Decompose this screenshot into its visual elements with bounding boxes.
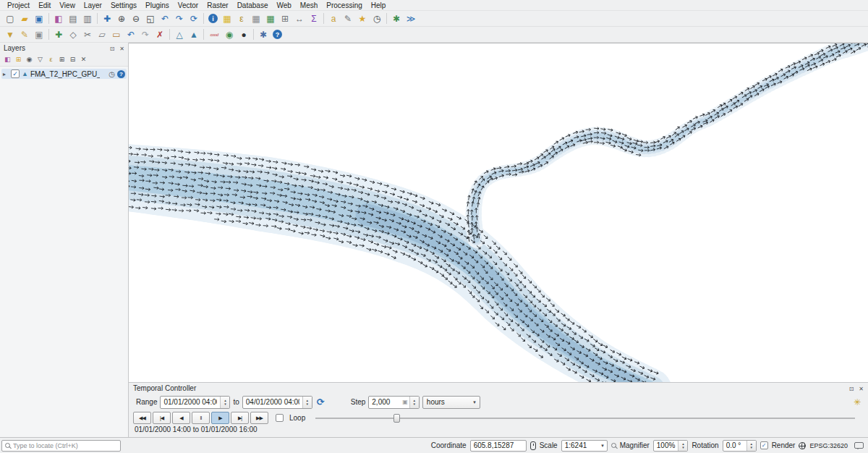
locate-box[interactable] bbox=[1, 440, 121, 452]
rotation-spinner[interactable]: ▴▾ bbox=[746, 441, 756, 451]
rotation-spinbox[interactable]: 0.0 ° ▴▾ bbox=[723, 440, 757, 452]
deselect-features-icon[interactable]: ▦ bbox=[249, 12, 263, 26]
range-start-field[interactable] bbox=[161, 397, 220, 408]
remove-layer-icon[interactable]: ✕ bbox=[78, 54, 89, 64]
add-feature-icon[interactable]: ✚ bbox=[51, 27, 66, 42]
mesh-transform-icon[interactable]: ▲ bbox=[187, 27, 201, 42]
copy-features-icon[interactable]: ▱ bbox=[95, 27, 109, 42]
pan-map-icon[interactable]: ✚ bbox=[100, 12, 114, 26]
step-back-button[interactable]: ◀ bbox=[172, 412, 190, 424]
range-end-field[interactable] bbox=[243, 397, 302, 408]
toggle-editing-icon[interactable]: ✎ bbox=[17, 27, 32, 42]
range-start-spinner[interactable]: ▴▾ bbox=[220, 397, 229, 408]
save-edits-icon[interactable]: ▣ bbox=[32, 27, 46, 42]
render-checkbox[interactable]: ✓ bbox=[760, 441, 768, 449]
statistics-icon[interactable]: Σ bbox=[307, 12, 321, 26]
refresh-range-icon[interactable]: ⟳ bbox=[317, 397, 325, 407]
current-edits-icon[interactable]: ▼ bbox=[3, 27, 17, 42]
step-field[interactable] bbox=[369, 397, 401, 408]
expand-all-icon[interactable]: ⊞ bbox=[56, 54, 67, 64]
expand-arrow-icon[interactable]: ▸ bbox=[3, 71, 9, 77]
delete-selected-icon[interactable]: ✗ bbox=[153, 27, 167, 42]
redo-icon[interactable]: ↷ bbox=[138, 27, 153, 42]
undo-icon[interactable]: ↶ bbox=[124, 27, 138, 42]
filter-legend-icon[interactable]: ▽ bbox=[35, 54, 46, 64]
mouse-position-icon[interactable] bbox=[530, 441, 536, 450]
temporal-panel-float-button[interactable]: ⊡ bbox=[849, 386, 854, 392]
plugin-manager-icon[interactable]: ✱ bbox=[389, 12, 404, 26]
menu-edit[interactable]: Edit bbox=[34, 1, 55, 9]
range-start-input[interactable]: ▴▾ bbox=[160, 396, 230, 409]
step-input[interactable]: ▣ ▴▾ bbox=[368, 396, 420, 409]
layout-manager-icon[interactable]: ▥ bbox=[80, 12, 95, 26]
paste-features-icon[interactable]: ▭ bbox=[109, 27, 124, 42]
open-layer-styling-icon[interactable]: ◧ bbox=[2, 54, 13, 64]
range-end-spinner[interactable]: ▴▾ bbox=[302, 397, 312, 408]
rewind-button[interactable]: ◀◀ bbox=[133, 412, 151, 424]
range-end-input[interactable]: ▴▾ bbox=[242, 396, 312, 409]
new-project-icon[interactable]: ▢ bbox=[3, 12, 17, 26]
save-project-icon[interactable]: ▣ bbox=[32, 12, 46, 26]
labels-icon[interactable]: a bbox=[326, 12, 341, 26]
new-bookmark-icon[interactable]: ★ bbox=[355, 12, 370, 26]
coordinate-capture-icon[interactable]: cood bbox=[206, 27, 222, 42]
step-clear-icon[interactable]: ▣ bbox=[401, 397, 409, 408]
menu-settings[interactable]: Settings bbox=[106, 1, 141, 9]
menu-mesh[interactable]: Mesh bbox=[296, 1, 322, 9]
step-forward-button[interactable]: ▶| bbox=[231, 412, 249, 424]
refresh-map-icon[interactable]: ⟳ bbox=[187, 12, 201, 26]
time-slider-handle[interactable] bbox=[393, 414, 400, 423]
skip-to-start-button[interactable]: |◀ bbox=[153, 412, 171, 424]
select-features-icon[interactable]: ▦ bbox=[220, 12, 234, 26]
zoom-full-icon[interactable]: ◱ bbox=[143, 12, 158, 26]
processing-toolbox-icon[interactable]: ✱ bbox=[256, 27, 271, 42]
mesh-digitizing-icon[interactable]: △ bbox=[172, 27, 187, 42]
scale-combo[interactable]: 1:6241 ▾ bbox=[561, 440, 608, 452]
style-manager-icon[interactable]: ◧ bbox=[51, 12, 66, 26]
temporal-controller-icon[interactable]: ◷ bbox=[370, 12, 384, 26]
menu-database[interactable]: Database bbox=[233, 1, 273, 9]
temporal-panel-close-button[interactable]: ✕ bbox=[859, 386, 864, 392]
messages-icon[interactable] bbox=[854, 442, 864, 449]
zoom-last-icon[interactable]: ↶ bbox=[158, 12, 172, 26]
help-contents-icon[interactable]: ? bbox=[273, 30, 282, 39]
zoom-out-icon[interactable]: ⊖ bbox=[129, 12, 143, 26]
python-console-icon[interactable]: ≫ bbox=[404, 12, 418, 26]
temporal-settings-icon[interactable]: ✳ bbox=[854, 397, 861, 407]
zoom-in-icon[interactable]: ⊕ bbox=[114, 12, 129, 26]
magnifier-spinbox[interactable]: 100% ▴▾ bbox=[653, 440, 689, 452]
field-calculator-icon[interactable]: ⊞ bbox=[278, 12, 292, 26]
menu-project[interactable]: Project bbox=[3, 1, 34, 9]
menu-raster[interactable]: Raster bbox=[203, 1, 232, 9]
step-unit-combo[interactable]: hours ▾ bbox=[422, 396, 480, 409]
zoom-next-icon[interactable]: ↷ bbox=[172, 12, 187, 26]
menu-view[interactable]: View bbox=[55, 1, 80, 9]
osm-place-search-icon[interactable]: ◉ bbox=[222, 27, 237, 42]
menu-plugins[interactable]: Plugins bbox=[141, 1, 174, 9]
menu-processing[interactable]: Processing bbox=[322, 1, 366, 9]
menu-layer[interactable]: Layer bbox=[80, 1, 106, 9]
collapse-all-icon[interactable]: ⊟ bbox=[67, 54, 78, 64]
filter-by-expression-icon[interactable]: ε bbox=[46, 54, 56, 64]
temporal-indicator-icon[interactable]: ◷ bbox=[109, 70, 115, 78]
crs-globe-icon[interactable] bbox=[799, 442, 806, 449]
open-project-icon[interactable]: ▰ bbox=[17, 12, 32, 26]
menu-web[interactable]: Web bbox=[272, 1, 295, 9]
map-tips-icon[interactable]: ✎ bbox=[341, 12, 355, 26]
manage-map-themes-icon[interactable]: ◉ bbox=[24, 54, 35, 64]
pause-button[interactable]: ‖ bbox=[192, 412, 210, 424]
layers-panel-float-button[interactable]: ⊡ bbox=[110, 46, 115, 52]
add-group-icon[interactable]: ⊞ bbox=[13, 54, 24, 64]
step-spinner[interactable]: ▴▾ bbox=[409, 397, 419, 408]
menu-vector[interactable]: Vector bbox=[174, 1, 203, 9]
layer-row[interactable]: ▸ ✓ ▲ FMA_T2_HPC_GPU_PU1_10 ◷ ? bbox=[1, 69, 127, 79]
identify-features-icon[interactable]: i bbox=[208, 14, 218, 23]
coordinate-box[interactable]: 605.8,15287 bbox=[470, 440, 527, 452]
layers-panel-close-button[interactable]: ✕ bbox=[119, 46, 124, 52]
layer-visibility-checkbox[interactable]: ✓ bbox=[11, 69, 20, 78]
map-canvas[interactable] bbox=[129, 43, 868, 382]
cut-features-icon[interactable]: ✂ bbox=[80, 27, 95, 42]
vertex-tool-icon[interactable]: ◇ bbox=[66, 27, 80, 42]
magnifier-spinner[interactable]: ▴▾ bbox=[678, 441, 687, 451]
new-layout-icon[interactable]: ▤ bbox=[66, 12, 80, 26]
